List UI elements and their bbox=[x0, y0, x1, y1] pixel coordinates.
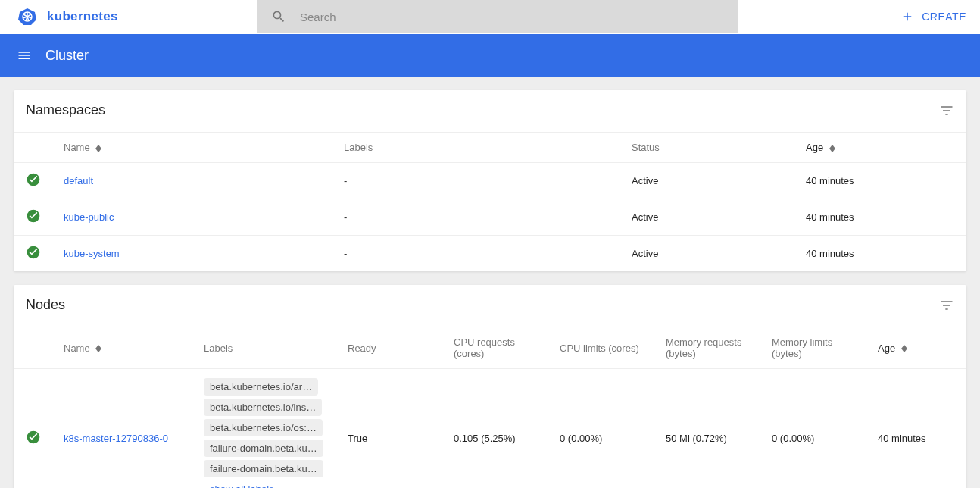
col-ready[interactable]: Ready bbox=[336, 327, 442, 369]
cpu-req-cell: 0.105 (5.25%) bbox=[442, 369, 548, 489]
status-cell bbox=[14, 199, 51, 236]
col-mem-lim[interactable]: Memory limits (bytes) bbox=[760, 327, 866, 369]
label-chip[interactable]: beta.kubernetes.io/ar… bbox=[204, 378, 318, 396]
col-cpu-req[interactable]: CPU requests (cores) bbox=[442, 327, 548, 369]
namespaces-card: Namespaces Name Labels Status bbox=[14, 90, 966, 271]
name-cell: default bbox=[51, 163, 332, 199]
menu-icon[interactable] bbox=[17, 48, 32, 63]
col-age[interactable]: Age bbox=[794, 133, 966, 163]
create-label: CREATE bbox=[922, 11, 966, 23]
success-check-icon bbox=[26, 208, 41, 224]
table-row: default-Active40 minutes bbox=[14, 163, 966, 199]
label-chip[interactable]: failure-domain.beta.ku… bbox=[204, 440, 323, 457]
sort-indicator-icon bbox=[901, 345, 907, 352]
nodes-card: Nodes Name Labels Ready CPU requests bbox=[14, 285, 966, 488]
age-cell: 40 minutes bbox=[866, 369, 966, 489]
namespace-link[interactable]: default bbox=[64, 175, 93, 186]
filter-icon[interactable] bbox=[939, 103, 954, 118]
name-cell: k8s-master-12790836-0 bbox=[51, 369, 192, 489]
sort-indicator-icon bbox=[95, 145, 101, 152]
name-cell: kube-system bbox=[51, 236, 332, 272]
status-cell: Active bbox=[620, 236, 794, 272]
col-status[interactable]: Status bbox=[620, 133, 794, 163]
col-mem-req[interactable]: Memory requests (bytes) bbox=[654, 327, 760, 369]
success-check-icon bbox=[26, 245, 41, 260]
topbar: kubernetes CREATE bbox=[0, 0, 980, 33]
col-labels[interactable]: Labels bbox=[192, 327, 336, 369]
success-check-icon bbox=[26, 172, 41, 187]
age-cell: 40 minutes bbox=[794, 163, 966, 199]
search-input[interactable] bbox=[300, 11, 724, 23]
kubernetes-logo-icon bbox=[18, 8, 36, 26]
logo-text: kubernetes bbox=[47, 9, 118, 24]
table-row: kube-system-Active40 minutes bbox=[14, 236, 966, 272]
sort-indicator-icon bbox=[829, 145, 835, 152]
create-button[interactable]: CREATE bbox=[900, 10, 966, 23]
col-cpu-lim[interactable]: CPU limits (cores) bbox=[548, 327, 654, 369]
label-chip[interactable]: beta.kubernetes.io/os:… bbox=[204, 419, 323, 436]
content-area: Namespaces Name Labels Status bbox=[0, 77, 980, 488]
labels-cell: - bbox=[332, 163, 620, 199]
labels-cell: - bbox=[332, 199, 620, 236]
labels-cell: - bbox=[332, 236, 620, 272]
success-check-icon bbox=[26, 430, 41, 445]
show-all-labels-link[interactable]: show all labels bbox=[204, 480, 280, 488]
logo-area[interactable]: kubernetes bbox=[0, 8, 257, 26]
nodes-title: Nodes bbox=[26, 297, 65, 313]
mem-req-cell: 50 Mi (0.72%) bbox=[654, 369, 760, 489]
age-cell: 40 minutes bbox=[794, 236, 966, 272]
col-name[interactable]: Name bbox=[51, 327, 192, 369]
namespaces-title: Namespaces bbox=[26, 102, 105, 118]
filter-icon[interactable] bbox=[939, 298, 954, 313]
right-actions: CREATE bbox=[738, 10, 980, 23]
label-chip[interactable]: failure-domain.beta.ku… bbox=[204, 460, 323, 477]
status-cell bbox=[14, 369, 51, 489]
col-age[interactable]: Age bbox=[866, 327, 966, 369]
age-cell: 40 minutes bbox=[794, 199, 966, 236]
page-title: Cluster bbox=[45, 48, 89, 64]
ready-cell: True bbox=[336, 369, 442, 489]
sort-indicator-icon bbox=[95, 345, 101, 352]
namespaces-table: Name Labels Status Age bbox=[14, 132, 966, 271]
table-row: k8s-master-12790836-0beta.kubernetes.io/… bbox=[14, 369, 966, 489]
search-icon bbox=[271, 9, 286, 24]
mem-lim-cell: 0 (0.00%) bbox=[760, 369, 866, 489]
table-row: kube-public-Active40 minutes bbox=[14, 199, 966, 236]
subheader: Cluster bbox=[0, 34, 980, 77]
labels-cell: beta.kubernetes.io/ar…beta.kubernetes.io… bbox=[192, 369, 336, 489]
nodes-table: Name Labels Ready CPU requests (cores) C… bbox=[14, 327, 966, 488]
status-cell: Active bbox=[620, 199, 794, 236]
status-cell bbox=[14, 163, 51, 199]
col-labels[interactable]: Labels bbox=[332, 133, 620, 163]
plus-icon bbox=[900, 10, 914, 23]
search-area[interactable] bbox=[257, 0, 738, 33]
name-cell: kube-public bbox=[51, 199, 332, 236]
status-cell: Active bbox=[620, 163, 794, 199]
label-chip[interactable]: beta.kubernetes.io/ins… bbox=[204, 399, 322, 416]
col-name[interactable]: Name bbox=[51, 133, 332, 163]
node-link[interactable]: k8s-master-12790836-0 bbox=[64, 433, 168, 444]
cpu-lim-cell: 0 (0.00%) bbox=[548, 369, 654, 489]
status-cell bbox=[14, 236, 51, 272]
namespace-link[interactable]: kube-public bbox=[64, 211, 114, 223]
namespace-link[interactable]: kube-system bbox=[64, 248, 120, 259]
